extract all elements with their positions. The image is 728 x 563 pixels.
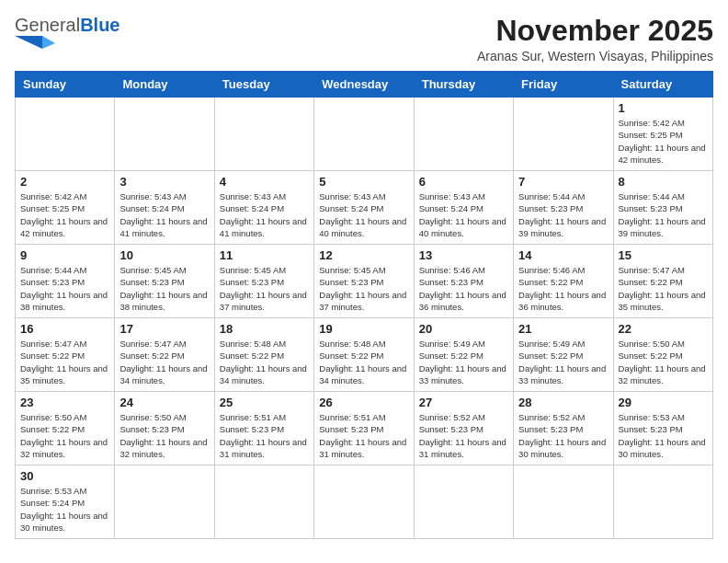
calendar-week-row: 16Sunrise: 5:47 AMSunset: 5:22 PMDayligh… xyxy=(16,318,713,392)
calendar-day-cell: 18Sunrise: 5:48 AMSunset: 5:22 PMDayligh… xyxy=(214,318,313,392)
logo-blue-text: Blue xyxy=(80,15,119,36)
day-number: 13 xyxy=(419,248,508,262)
day-number: 12 xyxy=(319,248,408,262)
location-subtitle: Aranas Sur, Western Visayas, Philippines xyxy=(477,49,713,63)
day-number: 19 xyxy=(319,322,408,336)
day-info: Sunrise: 5:44 AMSunset: 5:23 PMDaylight:… xyxy=(20,264,109,313)
calendar-day-cell: 24Sunrise: 5:50 AMSunset: 5:23 PMDayligh… xyxy=(115,392,214,465)
calendar-day-cell: 5Sunrise: 5:43 AMSunset: 5:24 PMDaylight… xyxy=(314,171,414,245)
calendar-day-cell: 22Sunrise: 5:50 AMSunset: 5:22 PMDayligh… xyxy=(613,318,712,392)
day-info: Sunrise: 5:42 AMSunset: 5:25 PMDaylight:… xyxy=(619,117,708,166)
calendar-day-cell xyxy=(514,465,613,539)
day-info: Sunrise: 5:50 AMSunset: 5:22 PMDaylight:… xyxy=(20,411,109,460)
weekday-header: Wednesday xyxy=(314,72,414,98)
day-info: Sunrise: 5:42 AMSunset: 5:25 PMDaylight:… xyxy=(20,190,109,239)
day-info: Sunrise: 5:47 AMSunset: 5:22 PMDaylight:… xyxy=(20,338,109,386)
day-info: Sunrise: 5:48 AMSunset: 5:22 PMDaylight:… xyxy=(319,338,408,386)
day-info: Sunrise: 5:46 AMSunset: 5:23 PMDaylight:… xyxy=(419,264,508,313)
calendar-day-cell: 30Sunrise: 5:53 AMSunset: 5:24 PMDayligh… xyxy=(16,465,115,539)
day-info: Sunrise: 5:51 AMSunset: 5:23 PMDaylight:… xyxy=(220,411,309,460)
calendar-day-cell: 2Sunrise: 5:42 AMSunset: 5:25 PMDaylight… xyxy=(16,171,115,245)
day-number: 16 xyxy=(20,322,109,336)
day-number: 18 xyxy=(220,322,309,336)
calendar-day-cell: 19Sunrise: 5:48 AMSunset: 5:22 PMDayligh… xyxy=(314,318,414,392)
calendar-week-row: 2Sunrise: 5:42 AMSunset: 5:25 PMDaylight… xyxy=(16,171,713,245)
day-info: Sunrise: 5:50 AMSunset: 5:23 PMDaylight:… xyxy=(119,411,209,460)
weekday-header: Sunday xyxy=(16,72,115,98)
day-info: Sunrise: 5:48 AMSunset: 5:22 PMDaylight:… xyxy=(220,338,309,386)
calendar-day-cell: 29Sunrise: 5:53 AMSunset: 5:23 PMDayligh… xyxy=(613,392,712,465)
day-number: 3 xyxy=(119,175,209,189)
calendar-day-cell: 27Sunrise: 5:52 AMSunset: 5:23 PMDayligh… xyxy=(414,392,513,465)
calendar-day-cell xyxy=(613,465,712,539)
calendar-day-cell xyxy=(16,98,115,171)
day-number: 23 xyxy=(20,396,109,409)
calendar-day-cell: 20Sunrise: 5:49 AMSunset: 5:22 PMDayligh… xyxy=(414,318,513,392)
calendar-day-cell xyxy=(514,98,613,171)
day-info: Sunrise: 5:52 AMSunset: 5:23 PMDaylight:… xyxy=(419,411,508,460)
day-number: 1 xyxy=(619,101,708,115)
day-number: 10 xyxy=(119,248,209,262)
calendar-day-cell xyxy=(115,98,214,171)
calendar-day-cell xyxy=(214,465,313,539)
svg-marker-0 xyxy=(15,36,42,49)
day-number: 25 xyxy=(220,396,309,409)
calendar-day-cell xyxy=(314,98,414,171)
calendar-day-cell: 12Sunrise: 5:45 AMSunset: 5:23 PMDayligh… xyxy=(314,245,414,318)
calendar-day-cell: 13Sunrise: 5:46 AMSunset: 5:23 PMDayligh… xyxy=(414,245,513,318)
day-info: Sunrise: 5:43 AMSunset: 5:24 PMDaylight:… xyxy=(419,190,508,239)
day-number: 7 xyxy=(518,175,608,189)
calendar-day-cell: 28Sunrise: 5:52 AMSunset: 5:23 PMDayligh… xyxy=(514,392,613,465)
day-info: Sunrise: 5:50 AMSunset: 5:22 PMDaylight:… xyxy=(619,338,708,386)
logo-general-text: General xyxy=(15,15,80,36)
day-info: Sunrise: 5:47 AMSunset: 5:22 PMDaylight:… xyxy=(119,338,209,386)
calendar-day-cell: 23Sunrise: 5:50 AMSunset: 5:22 PMDayligh… xyxy=(16,392,115,465)
calendar-day-cell: 4Sunrise: 5:43 AMSunset: 5:24 PMDaylight… xyxy=(214,171,313,245)
calendar-day-cell: 21Sunrise: 5:49 AMSunset: 5:22 PMDayligh… xyxy=(514,318,613,392)
calendar-week-row: 23Sunrise: 5:50 AMSunset: 5:22 PMDayligh… xyxy=(16,392,713,465)
day-number: 9 xyxy=(20,248,109,262)
calendar-day-cell: 9Sunrise: 5:44 AMSunset: 5:23 PMDaylight… xyxy=(16,245,115,318)
day-info: Sunrise: 5:51 AMSunset: 5:23 PMDaylight:… xyxy=(319,411,408,460)
day-info: Sunrise: 5:44 AMSunset: 5:23 PMDaylight:… xyxy=(619,190,708,239)
day-number: 27 xyxy=(419,396,508,409)
calendar-week-row: 9Sunrise: 5:44 AMSunset: 5:23 PMDaylight… xyxy=(16,245,713,318)
calendar-table: SundayMondayTuesdayWednesdayThursdayFrid… xyxy=(15,71,713,539)
day-number: 29 xyxy=(619,396,708,409)
calendar-day-cell xyxy=(414,98,513,171)
day-number: 2 xyxy=(20,175,109,189)
calendar-day-cell: 8Sunrise: 5:44 AMSunset: 5:23 PMDaylight… xyxy=(613,171,712,245)
calendar-day-cell xyxy=(314,465,414,539)
calendar-week-row: 30Sunrise: 5:53 AMSunset: 5:24 PMDayligh… xyxy=(16,465,713,539)
day-number: 30 xyxy=(20,469,109,483)
day-info: Sunrise: 5:43 AMSunset: 5:24 PMDaylight:… xyxy=(319,190,408,239)
weekday-header: Friday xyxy=(514,72,613,98)
day-info: Sunrise: 5:45 AMSunset: 5:23 PMDaylight:… xyxy=(220,264,309,313)
calendar-day-cell: 14Sunrise: 5:46 AMSunset: 5:22 PMDayligh… xyxy=(514,245,613,318)
calendar-day-cell: 6Sunrise: 5:43 AMSunset: 5:24 PMDaylight… xyxy=(414,171,513,245)
day-info: Sunrise: 5:49 AMSunset: 5:22 PMDaylight:… xyxy=(518,338,608,386)
day-info: Sunrise: 5:52 AMSunset: 5:23 PMDaylight:… xyxy=(518,411,608,460)
weekday-header-row: SundayMondayTuesdayWednesdayThursdayFrid… xyxy=(16,72,713,98)
month-year-title: November 2025 xyxy=(477,15,713,47)
day-info: Sunrise: 5:43 AMSunset: 5:24 PMDaylight:… xyxy=(220,190,309,239)
day-info: Sunrise: 5:45 AMSunset: 5:23 PMDaylight:… xyxy=(319,264,408,313)
day-number: 5 xyxy=(319,175,408,189)
day-number: 21 xyxy=(518,322,608,336)
day-number: 26 xyxy=(319,396,408,409)
calendar-day-cell: 3Sunrise: 5:43 AMSunset: 5:24 PMDaylight… xyxy=(115,171,214,245)
day-info: Sunrise: 5:47 AMSunset: 5:22 PMDaylight:… xyxy=(619,264,708,313)
title-block: November 2025 Aranas Sur, Western Visaya… xyxy=(477,15,713,63)
day-number: 17 xyxy=(119,322,209,336)
logo-icon xyxy=(15,36,55,52)
calendar-day-cell: 15Sunrise: 5:47 AMSunset: 5:22 PMDayligh… xyxy=(613,245,712,318)
day-number: 15 xyxy=(619,248,708,262)
day-number: 22 xyxy=(619,322,708,336)
day-info: Sunrise: 5:53 AMSunset: 5:24 PMDaylight:… xyxy=(20,485,109,534)
day-info: Sunrise: 5:53 AMSunset: 5:23 PMDaylight:… xyxy=(619,411,708,460)
calendar-day-cell xyxy=(214,98,313,171)
weekday-header: Thursday xyxy=(414,72,513,98)
day-info: Sunrise: 5:43 AMSunset: 5:24 PMDaylight:… xyxy=(119,190,209,239)
day-info: Sunrise: 5:49 AMSunset: 5:22 PMDaylight:… xyxy=(419,338,508,386)
calendar-day-cell: 11Sunrise: 5:45 AMSunset: 5:23 PMDayligh… xyxy=(214,245,313,318)
